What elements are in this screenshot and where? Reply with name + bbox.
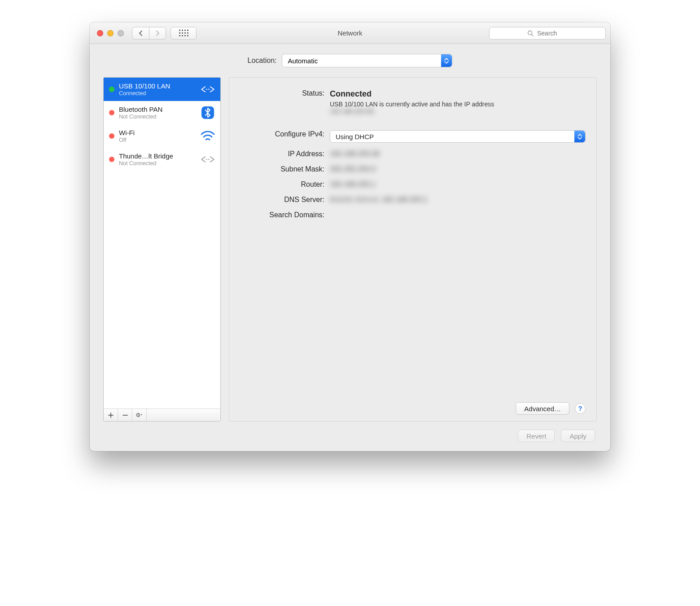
chevron-right-icon bbox=[155, 31, 160, 36]
dns-server-label: DNS Server: bbox=[240, 194, 330, 204]
add-service-button[interactable] bbox=[104, 409, 118, 421]
status-dot-disconnected bbox=[109, 110, 114, 115]
plus-icon bbox=[108, 413, 114, 418]
services-sidebar: USB 10/100 LAN Connected Bluetooth PAN bbox=[103, 77, 221, 422]
services-list: USB 10/100 LAN Connected Bluetooth PAN bbox=[104, 78, 220, 408]
back-button[interactable] bbox=[132, 27, 149, 40]
service-name: USB 10/100 LAN bbox=[119, 82, 195, 90]
window-controls bbox=[94, 30, 124, 36]
service-status: Not Connected bbox=[119, 160, 195, 167]
chevron-updown-icon bbox=[441, 54, 452, 67]
svg-point-8 bbox=[138, 414, 139, 415]
status-label: Status: bbox=[240, 88, 330, 97]
wifi-icon bbox=[200, 128, 216, 144]
apply-button[interactable]: Apply bbox=[561, 430, 595, 442]
subnet-mask-value: 255.255.254.0 bbox=[330, 165, 376, 173]
location-value: Automatic bbox=[288, 57, 318, 65]
revert-button[interactable]: Revert bbox=[518, 430, 555, 442]
service-name: Wi-Fi bbox=[119, 129, 195, 136]
ethernet-icon bbox=[200, 151, 216, 167]
svg-line-1 bbox=[532, 34, 534, 36]
svg-line-13 bbox=[137, 413, 137, 414]
status-description: USB 10/100 LAN is currently active and h… bbox=[330, 101, 500, 115]
search-icon bbox=[527, 30, 534, 36]
service-name: Bluetooth PAN bbox=[119, 105, 195, 113]
ip-address-label: IP Address: bbox=[240, 148, 330, 158]
show-all-button[interactable] bbox=[171, 27, 197, 40]
minus-icon bbox=[122, 413, 128, 418]
details-panel: Status: Connected USB 10/100 LAN is curr… bbox=[229, 77, 597, 422]
search-input[interactable] bbox=[536, 29, 568, 37]
gear-icon bbox=[136, 412, 143, 418]
router-label: Router: bbox=[240, 179, 330, 189]
service-item-usb-lan[interactable]: USB 10/100 LAN Connected bbox=[104, 78, 220, 101]
svg-line-14 bbox=[139, 416, 140, 417]
dns-server-value: 8.8.8.8, 8.8.4.4, 192.168.203.1 bbox=[330, 196, 428, 203]
service-status: Connected bbox=[119, 90, 195, 97]
svg-line-15 bbox=[137, 416, 137, 417]
svg-point-6 bbox=[208, 159, 210, 160]
service-item-thunderbolt-bridge[interactable]: Thunde…lt Bridge Not Connected bbox=[104, 148, 220, 171]
ethernet-icon bbox=[200, 81, 216, 97]
chevron-left-icon bbox=[139, 31, 143, 36]
remove-service-button[interactable] bbox=[118, 409, 132, 421]
content-area: Location: Automatic bbox=[90, 44, 610, 451]
grid-icon bbox=[179, 30, 188, 36]
service-status: Not Connected bbox=[119, 114, 195, 120]
service-name: Thunde…lt Bridge bbox=[119, 152, 195, 160]
search-domains-label: Search Domains: bbox=[240, 209, 330, 219]
location-label: Location: bbox=[248, 57, 277, 65]
configure-ipv4-label: Configure IPv4: bbox=[240, 128, 330, 138]
minimize-window-button[interactable] bbox=[107, 30, 114, 36]
service-status: Off bbox=[119, 137, 195, 143]
advanced-button[interactable]: Advanced… bbox=[516, 402, 569, 415]
svg-point-3 bbox=[208, 89, 210, 90]
svg-point-5 bbox=[206, 159, 207, 160]
status-dot-disconnected bbox=[109, 133, 114, 139]
status-dot-disconnected bbox=[109, 157, 114, 162]
service-actions-button[interactable] bbox=[132, 409, 147, 421]
configure-ipv4-value: Using DHCP bbox=[336, 133, 374, 141]
location-dropdown[interactable]: Automatic bbox=[282, 54, 452, 67]
bluetooth-icon bbox=[200, 105, 216, 121]
help-button[interactable]: ? bbox=[575, 403, 586, 414]
ip-address-value: 192.168.203.58 bbox=[330, 150, 380, 158]
location-row: Location: Automatic bbox=[103, 54, 597, 67]
footer-buttons: Revert Apply bbox=[103, 422, 597, 442]
service-item-bluetooth-pan[interactable]: Bluetooth PAN Not Connected bbox=[104, 101, 220, 124]
status-dot-connected bbox=[109, 87, 114, 92]
close-window-button[interactable] bbox=[97, 30, 103, 36]
service-item-wifi[interactable]: Wi-Fi Off bbox=[104, 124, 220, 148]
search-field[interactable] bbox=[489, 27, 606, 40]
chevron-updown-icon bbox=[574, 131, 585, 142]
zoom-window-button[interactable] bbox=[118, 30, 124, 36]
forward-button[interactable] bbox=[149, 27, 166, 40]
nav-back-forward bbox=[132, 27, 166, 40]
svg-point-2 bbox=[206, 89, 207, 90]
status-value: Connected bbox=[330, 89, 586, 99]
subnet-mask-label: Subnet Mask: bbox=[240, 163, 330, 173]
services-toolbar bbox=[104, 408, 220, 421]
svg-line-16 bbox=[139, 413, 140, 414]
titlebar: Network bbox=[90, 22, 610, 44]
network-preferences-window: Network Location: Automatic bbox=[90, 22, 610, 451]
router-value: 192.168.203.1 bbox=[330, 180, 376, 188]
configure-ipv4-dropdown[interactable]: Using DHCP bbox=[330, 130, 586, 143]
